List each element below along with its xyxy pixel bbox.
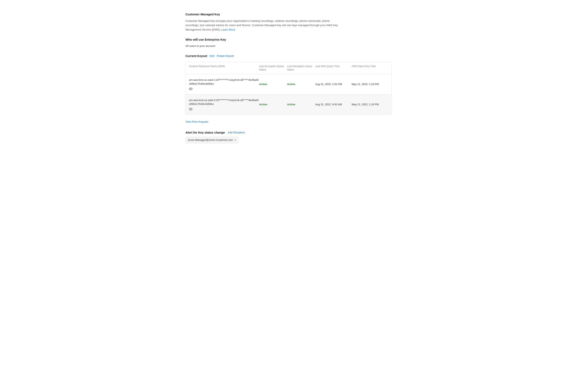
- query-time-2: Aug 31, 2022, 9:43 AM: [315, 103, 352, 107]
- encryption-status-1: Active: [259, 82, 287, 86]
- arn-cell-2: arn:aws:kms:us-east-2:23*********1:key/m…: [189, 98, 259, 111]
- arn-cell-1: arn:aws:kms:us-east-1:23*********1:key/m…: [189, 78, 259, 91]
- entry-time-1: May 11, 2022, 1:16 PM: [352, 82, 388, 86]
- who-value: All users in your account: [185, 44, 392, 48]
- remove-recipient-button[interactable]: ×: [234, 139, 236, 142]
- alert-section: Alert for Key status change Add Recipien…: [185, 130, 392, 143]
- arn-text-1: arn:aws:kms:us-east-1:23*********1:key/m…: [189, 78, 259, 86]
- keyset-table: Amazon Resource Name (ARN) Last Encrypti…: [185, 62, 392, 115]
- current-keyset-title: Current Keyset: [185, 54, 207, 58]
- col-header-arn: Amazon Resource Name (ARN): [189, 65, 259, 72]
- keyset-section: Current Keyset Edit Rotate Keyset Amazon…: [185, 54, 392, 130]
- table-row: arn:aws:kms:us-east-1:23*********1:key/m…: [186, 74, 391, 94]
- col-header-entry-time: ARN Data Entry Time: [352, 65, 388, 72]
- keyset-header: Current Keyset Edit Rotate Keyset: [185, 54, 392, 58]
- eye-icon-2[interactable]: [189, 107, 192, 111]
- page-title: Customer Managed Key: [185, 12, 392, 17]
- alert-header: Alert for Key status change Add Recipien…: [185, 130, 392, 135]
- col-header-decryption: Last Decryption Query Status: [287, 65, 315, 72]
- svg-point-0: [190, 88, 191, 89]
- view-prior-keysets-link[interactable]: View Prior Keysets: [185, 120, 208, 124]
- encryption-status-2: Active: [259, 103, 287, 107]
- table-header: Amazon Resource Name (ARN) Last Encrypti…: [186, 62, 391, 74]
- decryption-status-1: Active: [287, 82, 315, 86]
- rotate-keyset-link[interactable]: Rotate Keyset: [217, 54, 234, 58]
- arn-text-2: arn:aws:kms:us-east-2:23*********1:key/m…: [189, 98, 259, 106]
- recipient-email: Zoom-Manager@Zoom-Customer.com: [188, 138, 233, 142]
- who-title: Who will use Enterprise Key: [185, 37, 392, 42]
- table-row: arn:aws:kms:us-east-2:23*********1:key/m…: [186, 94, 391, 114]
- page-container: Customer Managed Key Customer Managed Ke…: [177, 0, 400, 155]
- query-time-1: Aug 31, 2022, 1:02 PM: [315, 82, 352, 86]
- entry-time-2: May 11, 2022, 1:16 PM: [352, 103, 388, 107]
- svg-point-1: [190, 108, 191, 109]
- decryption-status-2: Active: [287, 103, 315, 107]
- alert-title: Alert for Key status change: [185, 130, 225, 135]
- add-recipient-link[interactable]: Add Recipient: [228, 131, 245, 135]
- col-header-query-time: Last ARN Query Time: [315, 65, 352, 72]
- recipient-tag: Zoom-Manager@Zoom-Customer.com ×: [185, 137, 238, 143]
- who-section: Who will use Enterprise Key All users in…: [185, 37, 392, 48]
- edit-link[interactable]: Edit: [210, 54, 214, 58]
- section-description: Customer Managed Key encrypts your organ…: [185, 19, 339, 32]
- eye-icon-1[interactable]: [189, 87, 192, 91]
- col-header-encryption: Last Encryption Query Status: [259, 65, 287, 72]
- learn-more-link[interactable]: Learn More: [221, 28, 235, 31]
